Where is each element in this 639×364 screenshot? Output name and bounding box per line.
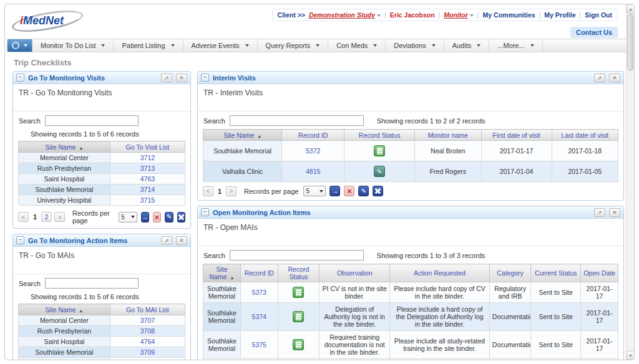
column-header-action-requested[interactable]: Action Requested bbox=[390, 264, 490, 282]
column-header-site-name[interactable]: Site Name▲ bbox=[19, 304, 110, 315]
records-per-page-select[interactable]: 5 bbox=[119, 212, 137, 223]
nav-monitor-to-do-list[interactable]: Monitor To Do List bbox=[32, 39, 114, 52]
prev-page-button[interactable]: < bbox=[18, 212, 29, 222]
record-status-document-icon[interactable] bbox=[293, 287, 304, 298]
column-header-category[interactable]: Category bbox=[489, 264, 531, 282]
interim-visits-table: Site Name▲ Record ID Record Status Monit… bbox=[203, 129, 618, 182]
search-input[interactable] bbox=[230, 250, 364, 261]
search-input[interactable] bbox=[45, 115, 139, 126]
records-per-page-select[interactable]: 5 bbox=[303, 186, 326, 196]
prev-page-button[interactable]: < bbox=[203, 186, 213, 196]
record-status-pencil-icon[interactable]: ✎ bbox=[374, 166, 385, 177]
column-header-monitor-name[interactable]: Monitor name bbox=[415, 130, 481, 141]
column-header-open-date[interactable]: Open Date bbox=[581, 264, 618, 282]
column-header-record-status[interactable]: Record Status bbox=[344, 130, 415, 141]
column-header-first-date[interactable]: First date of visit bbox=[481, 130, 552, 141]
page-2-button[interactable]: 2 bbox=[41, 212, 52, 222]
visit-list-link[interactable]: 3715 bbox=[110, 195, 185, 206]
delete-button[interactable] bbox=[153, 212, 161, 223]
record-id-link[interactable]: 5374 bbox=[240, 303, 278, 331]
page-title: Trip Checklists bbox=[14, 58, 634, 67]
nav-deviations[interactable]: Deviations bbox=[386, 39, 444, 52]
close-icon[interactable]: ✕ bbox=[609, 208, 620, 217]
edit-button[interactable] bbox=[165, 212, 173, 223]
minimize-button[interactable]: − bbox=[201, 208, 209, 216]
sort-asc-icon: ▲ bbox=[79, 146, 83, 150]
table-row: University Hospital3710 bbox=[19, 358, 185, 361]
record-id-link[interactable]: 5372 bbox=[282, 141, 344, 161]
column-header-last-date[interactable]: Last date of visit bbox=[552, 130, 618, 141]
close-icon[interactable]: ✕ bbox=[176, 74, 187, 82]
mai-list-link[interactable]: 3707 bbox=[110, 315, 185, 326]
column-header-go-to-mai-list[interactable]: Go To MAI List bbox=[110, 304, 185, 315]
tools-button[interactable] bbox=[373, 186, 383, 196]
app-menu-button[interactable] bbox=[7, 39, 32, 52]
scroll-up-arrow-icon[interactable]: ▲ bbox=[627, 4, 635, 13]
column-header-record-id[interactable]: Record ID bbox=[240, 264, 278, 282]
expand-icon[interactable]: ↗ bbox=[161, 236, 172, 245]
column-header-current-status[interactable]: Current Status bbox=[531, 264, 581, 282]
delete-button[interactable] bbox=[344, 186, 354, 196]
minimize-button[interactable]: − bbox=[201, 74, 209, 82]
go-button[interactable] bbox=[329, 186, 340, 196]
record-id-link[interactable]: 5375 bbox=[240, 331, 278, 359]
nav-query-reports[interactable]: Query Reports bbox=[258, 39, 329, 52]
record-status-document-icon[interactable] bbox=[293, 311, 304, 322]
record-status-document-icon[interactable] bbox=[293, 339, 304, 350]
edit-button[interactable] bbox=[358, 186, 369, 196]
nav-patient-listing[interactable]: Patient Listing bbox=[114, 39, 183, 52]
close-icon[interactable]: ✕ bbox=[176, 236, 187, 245]
go-button[interactable] bbox=[141, 212, 149, 223]
table-row: Southlake Memorial 5374 Delegation of Au… bbox=[203, 303, 618, 331]
search-input[interactable] bbox=[45, 278, 139, 289]
chevron-down-icon bbox=[377, 14, 381, 17]
column-header-observation[interactable]: Observation bbox=[320, 264, 390, 282]
role-selector[interactable]: Monitor bbox=[444, 11, 474, 19]
expand-icon[interactable]: ↗ bbox=[594, 208, 605, 217]
tools-button[interactable] bbox=[177, 212, 185, 223]
chevron-down-icon bbox=[245, 44, 249, 47]
nav-con-meds[interactable]: Con Meds bbox=[328, 39, 386, 52]
study-selector[interactable]: Demonstration Study bbox=[309, 11, 381, 19]
nav-adverse-events[interactable]: Adverse Events bbox=[183, 39, 258, 52]
next-page-button[interactable]: > bbox=[54, 212, 65, 222]
column-header-go-to-visit-list[interactable]: Go To Visit List bbox=[110, 141, 185, 153]
contact-us-link[interactable]: Contact Us bbox=[570, 27, 618, 38]
my-profile-link[interactable]: My Profile bbox=[544, 11, 575, 19]
minimize-button[interactable]: − bbox=[16, 74, 24, 82]
my-communities-link[interactable]: My Communities bbox=[483, 11, 535, 19]
panel-subtitle: TR - Go To Monitoring Visits bbox=[13, 84, 190, 112]
mai-list-link[interactable]: 3710 bbox=[110, 358, 185, 361]
record-id-link[interactable]: 5373 bbox=[240, 282, 278, 303]
mai-list-link[interactable]: 4764 bbox=[110, 337, 185, 347]
column-header-site-name[interactable]: Site Name▲ bbox=[203, 264, 241, 282]
close-icon[interactable]: ✕ bbox=[609, 74, 620, 82]
visit-list-link[interactable]: 3712 bbox=[110, 153, 185, 163]
column-header-site-name[interactable]: Site Name▲ bbox=[19, 141, 110, 153]
panel-subtitle: TR - Interim Visits bbox=[198, 84, 623, 112]
column-header-site-name[interactable]: Site Name▲ bbox=[203, 130, 282, 141]
nav-audits[interactable]: Audits bbox=[444, 39, 490, 52]
next-page-button[interactable]: > bbox=[226, 186, 237, 196]
vertical-scrollbar[interactable]: ▲ ▼ bbox=[626, 4, 634, 360]
record-status-document-icon[interactable] bbox=[374, 145, 385, 156]
scrollbar-thumb[interactable] bbox=[627, 14, 633, 71]
mai-list-link[interactable]: 3709 bbox=[110, 347, 185, 358]
separator: | bbox=[384, 11, 386, 19]
visit-list-link[interactable]: 3714 bbox=[110, 184, 185, 195]
column-header-record-id[interactable]: Record ID bbox=[282, 130, 344, 141]
expand-icon[interactable]: ↗ bbox=[594, 74, 605, 82]
expand-icon[interactable]: ↗ bbox=[161, 74, 172, 82]
scroll-down-arrow-icon[interactable]: ▼ bbox=[627, 351, 635, 360]
search-input[interactable] bbox=[230, 115, 364, 126]
panel-interim-visits: − Interim Visits ↗ ✕ TR - Interim Visits… bbox=[197, 71, 624, 201]
minimize-button[interactable]: − bbox=[16, 236, 24, 244]
record-id-link[interactable]: 4815 bbox=[282, 161, 344, 182]
column-header-record-status[interactable]: Record Status bbox=[278, 264, 320, 282]
chevron-down-icon bbox=[373, 44, 377, 47]
mai-list-link[interactable]: 3708 bbox=[110, 326, 185, 337]
visit-list-link[interactable]: 4763 bbox=[110, 174, 185, 184]
visit-list-link[interactable]: 3713 bbox=[110, 163, 185, 174]
nav-more[interactable]: ...More... bbox=[489, 39, 542, 52]
sign-out-link[interactable]: Sign Out bbox=[585, 11, 612, 19]
